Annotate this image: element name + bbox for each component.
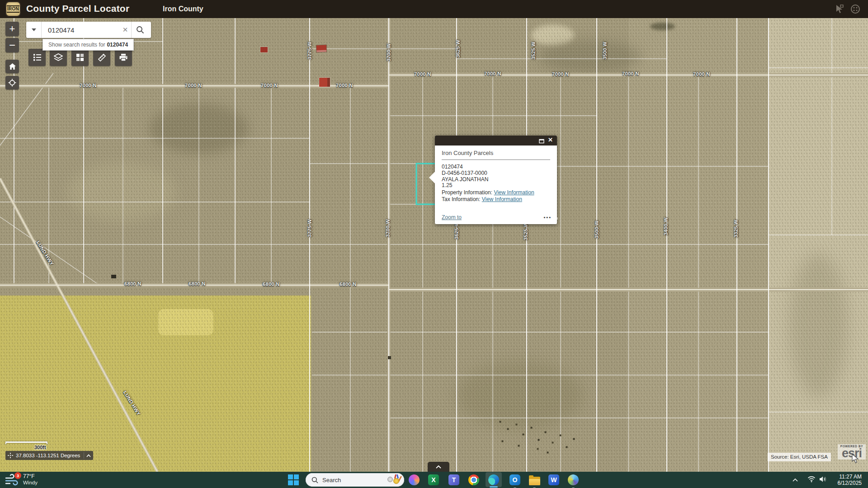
measure-icon	[98, 53, 106, 62]
popup-pointer	[429, 172, 435, 183]
search-icon	[136, 26, 144, 34]
chevron-up-icon	[86, 454, 91, 457]
tax-information-label: Tax Information:	[442, 196, 480, 202]
tray-overflow-button[interactable]	[792, 476, 798, 484]
app-outlook[interactable]: O	[509, 474, 521, 486]
more-options-icon[interactable]: •••	[543, 215, 552, 220]
tax-information-row: Tax Information: View Information	[442, 196, 550, 202]
search-source-dropdown[interactable]	[26, 22, 42, 38]
clock-widget[interactable]: 11:27 AM 6/12/2025	[829, 474, 862, 486]
logo-text: IRON	[7, 5, 19, 13]
popup-close-icon[interactable]: ✕	[548, 136, 553, 143]
chevron-up-icon	[792, 478, 798, 482]
basemap-button[interactable]	[71, 49, 89, 66]
app-header: IRON County Parcel Locator Iron County	[0, 0, 868, 18]
basemap-icon	[76, 53, 84, 61]
search-icon	[311, 477, 318, 483]
layers-button[interactable]	[50, 49, 67, 66]
copilot-icon	[409, 474, 420, 485]
scale-bar	[5, 441, 47, 444]
search-submit-button[interactable]	[131, 22, 148, 38]
app-edge[interactable]	[487, 474, 500, 486]
building-red-roof	[316, 45, 327, 52]
popup-title: Iron County Parcels	[442, 150, 550, 156]
suggestion-term: 0120474	[107, 42, 128, 48]
print-button[interactable]	[115, 49, 132, 66]
coordinates-expand-button[interactable]	[84, 451, 93, 460]
search-highlight-image	[387, 474, 402, 486]
app-copilot[interactable]	[408, 474, 420, 486]
chrome-icon	[468, 474, 479, 485]
app-chrome[interactable]	[467, 474, 480, 486]
clock-date: 6/12/2025	[829, 480, 862, 486]
scale-label: 300ft	[34, 445, 46, 450]
pointer-tool-icon[interactable]	[834, 4, 844, 14]
app-paint[interactable]	[567, 474, 580, 486]
coordinates-readout: 37.8033 -113.1251 Degrees	[14, 453, 84, 458]
app-teams[interactable]: T	[448, 474, 460, 486]
popup-divider	[442, 160, 550, 160]
app-word[interactable]: W	[547, 474, 560, 486]
parcel-serial-number: D-0456-0137-0000	[442, 170, 550, 177]
palette-icon[interactable]	[850, 4, 861, 14]
search-suggestion[interactable]: Show search results for 0120474	[42, 39, 134, 51]
taskbar-search[interactable]: Search	[306, 473, 404, 487]
search-clear-button[interactable]: ✕	[119, 26, 131, 34]
building-red-roof	[319, 78, 330, 87]
popup-body: Iron County Parcels 0120474 D-0456-0137-…	[435, 145, 557, 224]
windy-icon: 3	[5, 474, 21, 487]
attribute-table-tab[interactable]	[428, 462, 449, 472]
windows-taskbar: 3 77°F Windy Search X T	[0, 472, 868, 488]
crosshair-icon[interactable]	[7, 452, 14, 459]
parcel-search-box: ✕	[26, 22, 151, 38]
taskbar-search-label: Search	[322, 477, 387, 483]
chevron-down-icon	[32, 28, 36, 31]
zoom-out-button[interactable]: −	[5, 38, 19, 52]
county-parcel-locator-app: 7000 N7000 N7000 N7000 N7000 N7000 N7000…	[0, 0, 868, 488]
locate-icon	[8, 79, 16, 87]
parcel-owner: AYALA JONATHAN	[442, 177, 550, 183]
app-excel[interactable]: X	[427, 474, 440, 486]
teams-icon: T	[448, 474, 459, 485]
map-canvas[interactable]: 7000 N7000 N7000 N7000 N7000 N7000 N7000…	[0, 0, 868, 472]
zoom-to-link[interactable]: Zoom to	[442, 214, 462, 221]
chevron-up-icon	[436, 465, 441, 469]
home-icon	[9, 63, 16, 70]
app-file-explorer[interactable]	[528, 474, 541, 486]
property-information-label: Property Information:	[442, 189, 492, 196]
popup-maximize-icon[interactable]	[539, 137, 544, 145]
building-dark	[111, 275, 116, 278]
volume-icon[interactable]	[819, 476, 827, 484]
paint-icon	[568, 474, 579, 485]
clock-time: 11:27 AM	[829, 474, 862, 480]
print-icon	[119, 53, 128, 62]
parcel-grid	[0, 0, 868, 472]
home-extent-button[interactable]	[5, 60, 19, 73]
measure-button[interactable]	[93, 49, 110, 66]
property-information-link[interactable]: View Information	[494, 189, 534, 196]
suggestion-text: Show search results for	[48, 42, 105, 48]
mouse-cursor	[852, 454, 859, 464]
property-information-row: Property Information: View Information	[442, 189, 550, 196]
legend-icon	[33, 53, 42, 61]
coordinate-widget: 37.8033 -113.1251 Degrees	[5, 451, 93, 460]
parcel-acres: 1.25	[442, 183, 550, 189]
county-label: Iron County	[163, 5, 203, 13]
weather-temperature: 77°F	[23, 473, 38, 479]
building-red-roof	[260, 47, 268, 52]
wifi-icon[interactable]	[807, 476, 816, 484]
parcel-popup: ✕ Iron County Parcels 0120474 D-0456-013…	[435, 136, 557, 224]
weather-description: Windy	[23, 479, 38, 486]
parcel-id: 0120474	[442, 164, 550, 170]
popup-header[interactable]: ✕	[435, 136, 557, 145]
search-input[interactable]	[47, 26, 119, 34]
file-explorer-icon	[529, 477, 540, 485]
weather-widget[interactable]: 3 77°F Windy	[5, 473, 38, 487]
windows-logo-icon	[288, 474, 293, 479]
word-icon: W	[548, 474, 559, 485]
tax-information-link[interactable]: View Information	[482, 196, 522, 202]
legend-button[interactable]	[28, 49, 46, 66]
zoom-in-button[interactable]: +	[5, 22, 19, 36]
start-button[interactable]	[288, 474, 299, 485]
my-location-button[interactable]	[5, 76, 19, 89]
